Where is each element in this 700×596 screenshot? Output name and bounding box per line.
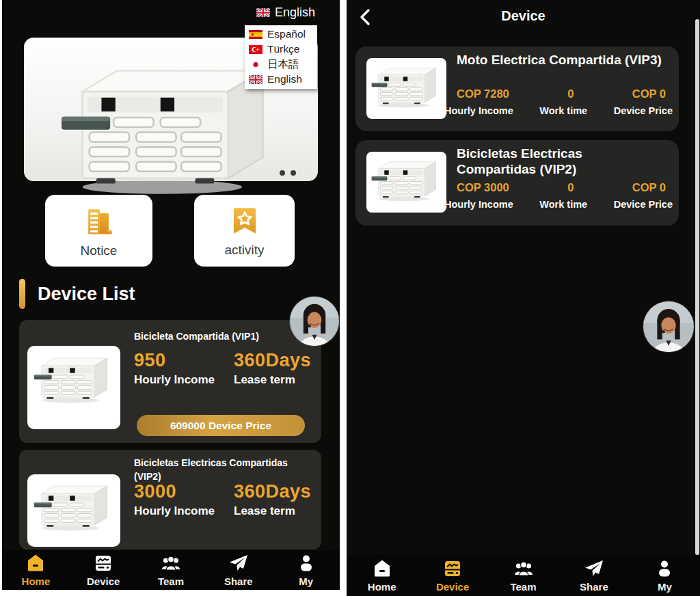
screen-header: Device — [347, 0, 700, 34]
my-profile-icon — [654, 558, 675, 579]
work-time-value: 0 — [567, 181, 574, 194]
hourly-income-label: Hourly Income — [134, 504, 234, 518]
notice-button[interactable]: Notice — [45, 195, 152, 267]
device-stat-labels: Hourly Income Work time Device Price — [444, 105, 673, 116]
screenshot-canvas: English Español Türkçe — [0, 0, 700, 596]
device-title: Bicicletas Electricas Compartidas (VIP2) — [457, 146, 662, 178]
work-time-label: Work time — [539, 199, 587, 210]
device-photo — [33, 351, 115, 424]
device-screen: Device Moto Electrica Compartida (VIP3) — [347, 0, 700, 596]
device-price-button[interactable]: 609000 Device Price — [137, 415, 305, 436]
device-stat-values: COP 3000 0 COP 0 — [457, 181, 666, 194]
nav-label: Device — [87, 575, 120, 587]
device-photo — [371, 62, 442, 115]
device-photo — [371, 155, 442, 208]
nav-home[interactable]: Home — [347, 555, 417, 596]
language-option-label: English — [267, 73, 302, 85]
hourly-income-value: COP 7280 — [457, 87, 509, 100]
device-title: Moto Electrica Compartida (VIP3) — [457, 53, 662, 68]
nav-label: Team — [158, 575, 184, 587]
language-option-english[interactable]: English — [249, 72, 317, 87]
device-card-vip2[interactable]: Bicicletas Electricas Compartidas (VIP2)… — [19, 450, 321, 550]
support-avatar[interactable] — [290, 297, 339, 346]
nav-label: Team — [510, 581, 536, 593]
device-thumbnail — [27, 474, 120, 547]
share-paper-plane-icon — [584, 558, 604, 579]
carousel-dot[interactable] — [291, 170, 296, 176]
hourly-income-label: Hourly Income — [444, 199, 513, 210]
nav-my[interactable]: My — [272, 550, 340, 590]
lease-term-label: Lease term — [234, 504, 311, 518]
nav-label: My — [658, 581, 672, 593]
lease-term-label: Lease term — [234, 373, 311, 387]
language-dropdown: Español Türkçe 日本語 — [245, 25, 317, 89]
nav-label: Device — [436, 581, 469, 593]
language-option-label: 日本語 — [267, 57, 299, 72]
bottom-navigation: Home Device Team Share — [347, 555, 700, 596]
carousel-dots[interactable] — [280, 170, 307, 176]
device-stats: 950 Hourly Income 360Days Lease term — [134, 350, 311, 387]
building-icon — [81, 204, 117, 239]
lease-term-value: 360Days — [234, 350, 311, 371]
hourly-income-value: 950 — [134, 350, 234, 371]
device-price-value: COP 0 — [632, 181, 666, 194]
home-screen: English Español Türkçe — [2, 0, 340, 590]
nav-label: Share — [224, 575, 253, 587]
hourly-income-value: COP 3000 — [457, 181, 509, 194]
share-paper-plane-icon — [228, 553, 249, 573]
language-selector[interactable]: English — [256, 5, 315, 20]
japan-flag-icon — [249, 60, 262, 69]
device-stat-values: COP 7280 0 COP 0 — [457, 87, 666, 100]
team-people-icon — [161, 553, 181, 573]
bottom-navigation: Home Device Team Share — [2, 550, 340, 590]
notice-label: Notice — [81, 243, 118, 258]
device-thumbnail — [366, 58, 446, 119]
nav-my[interactable]: My — [630, 555, 700, 596]
nav-team[interactable]: Team — [488, 555, 558, 596]
device-machine-icon — [93, 553, 113, 573]
carousel-dot[interactable] — [280, 170, 285, 176]
device-title: Bicicletas Electricas Compartidas (VIP2) — [134, 456, 317, 484]
nav-share[interactable]: Share — [204, 550, 272, 590]
uk-flag-icon — [256, 8, 270, 17]
avatar-photo — [643, 301, 694, 352]
work-time-label: Work time — [539, 105, 587, 116]
device-card-vip2[interactable]: Bicicletas Electricas Compartidas (VIP2)… — [355, 140, 679, 226]
activity-button[interactable]: activity — [194, 195, 295, 267]
device-list-header: Device List — [19, 279, 135, 309]
nav-share[interactable]: Share — [558, 555, 629, 596]
hourly-income-label: Hourly Income — [444, 105, 513, 116]
lease-term-value: 360Days — [234, 481, 311, 502]
language-option-japanese[interactable]: 日本語 — [249, 57, 317, 72]
gold-accent-bar — [19, 279, 25, 309]
language-option-espanol[interactable]: Español — [249, 27, 317, 42]
avatar-photo — [290, 297, 339, 346]
hourly-income-value: 3000 — [134, 481, 234, 502]
carousel-dot[interactable] — [301, 170, 307, 176]
nav-team[interactable]: Team — [137, 550, 205, 590]
nav-device[interactable]: Device — [70, 550, 137, 590]
device-stat-labels: Hourly Income Work time Device Price — [444, 199, 673, 210]
device-thumbnail — [366, 152, 446, 213]
home-icon — [25, 553, 46, 573]
language-option-label: Español — [267, 28, 306, 40]
team-people-icon — [513, 558, 534, 579]
device-thumbnail — [27, 346, 120, 429]
device-card-vip3[interactable]: Moto Electrica Compartida (VIP3) COP 728… — [355, 46, 679, 131]
language-selected-label: English — [275, 5, 315, 20]
nav-device[interactable]: Device — [417, 555, 487, 596]
device-photo — [33, 478, 115, 542]
section-title: Device List — [38, 284, 135, 305]
nav-home[interactable]: Home — [2, 550, 70, 590]
device-stats: 3000 Hourly Income 360Days Lease term — [134, 481, 311, 518]
language-option-label: Türkçe — [267, 43, 299, 55]
scrollbar[interactable] — [695, 19, 699, 555]
uk-flag-icon — [249, 75, 262, 84]
support-avatar[interactable] — [643, 301, 694, 352]
device-price-value: COP 0 — [632, 87, 666, 100]
home-icon — [372, 558, 392, 579]
activity-label: activity — [224, 243, 264, 258]
nav-label: Home — [22, 575, 51, 587]
language-option-turkce[interactable]: Türkçe — [249, 42, 317, 57]
device-card-vip1[interactable]: Bicicleta Compartida (VIP1) 950 Hourly I — [19, 320, 321, 443]
